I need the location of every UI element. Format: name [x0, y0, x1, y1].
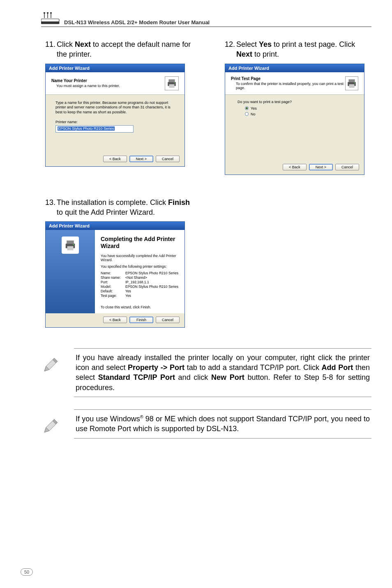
kv-test: Test page:Yes	[101, 294, 179, 298]
kv-share: Share name:<Not Shared>	[101, 276, 179, 280]
printer-icon	[62, 237, 79, 254]
dialog-footer: < Back Next > Cancel	[46, 152, 184, 166]
kv-default: Default:Yes	[101, 289, 179, 293]
dialog-heading: Name Your Printer	[51, 78, 120, 83]
dialog-complete: Add Printer Wizard Completing the Add Pr…	[45, 221, 185, 328]
dialog-heading: Print Test Page	[231, 76, 345, 81]
svg-point-11	[174, 82, 175, 83]
step-12-body: Select Yes to print a test page. Click N…	[236, 39, 371, 60]
router-icon	[41, 12, 60, 26]
dialog-subheading: You must assign a name to this printer.	[51, 84, 120, 88]
back-button[interactable]: < Back	[103, 156, 127, 162]
svg-rect-3	[44, 12, 45, 14]
kv-name: Name:EPSON Stylus Photo R210 Series	[101, 271, 179, 275]
svg-rect-10	[169, 84, 175, 88]
radio-yes[interactable]: Yes	[245, 106, 354, 110]
next-button[interactable]: Next >	[129, 156, 153, 162]
dialog-side-banner	[46, 230, 95, 313]
radio-no[interactable]: No	[245, 112, 354, 116]
cancel-button[interactable]: Cancel	[335, 164, 359, 170]
step-11: 11. Click Next to accept the default nam…	[45, 39, 192, 60]
dialog-header: Print Test Page To confirm that the prin…	[225, 72, 364, 95]
back-button[interactable]: < Back	[283, 164, 307, 170]
pencil-icon	[41, 348, 62, 376]
dialog-footer: < Back Next > Cancel	[225, 161, 364, 175]
dialog-titlebar: Add Printer Wizard	[46, 222, 184, 230]
printer-name-input[interactable]: EPSON Stylus Photo R210 Series	[55, 125, 134, 133]
dialog-header: Name Your Printer You must assign a name…	[46, 72, 184, 95]
dialog-titlebar: Add Printer Wizard	[46, 64, 184, 72]
svg-rect-4	[47, 12, 48, 14]
dialog-body: Completing the Add Printer Wizard You ha…	[95, 230, 184, 313]
svg-rect-16	[67, 241, 74, 244]
svg-rect-8	[168, 79, 175, 82]
radio-icon	[245, 112, 249, 116]
page-header: DSL-N13 Wireless ADSL 2/2+ Modem Router …	[41, 12, 371, 27]
dialog-footer: < Back Finish Cancel	[46, 313, 184, 327]
step-13-num: 13.	[45, 198, 57, 218]
dialog-subheading: To confirm that the printer is installed…	[231, 82, 345, 90]
complete-close-hint: To close this wizard, click Finish.	[101, 305, 179, 309]
step-11-body: Click Next to accept the default name fo…	[57, 39, 192, 60]
svg-point-15	[354, 82, 355, 83]
kv-port: Port:IP_192.168.1.1	[101, 280, 179, 284]
cancel-button[interactable]: Cancel	[156, 156, 180, 162]
cancel-button[interactable]: Cancel	[156, 317, 180, 323]
dialog-body: Type a name for this printer. Because so…	[46, 95, 184, 152]
radio-icon	[245, 106, 249, 110]
step-12-num: 12.	[225, 39, 236, 60]
dialog-titlebar: Add Printer Wizard	[225, 64, 364, 72]
step-13: 13. The installation is complete. Click …	[45, 198, 193, 218]
svg-rect-14	[349, 84, 355, 88]
kv-model: Model:EPSON Stylus Photo R210 Series	[101, 285, 179, 289]
svg-rect-12	[349, 79, 355, 82]
svg-point-19	[73, 244, 74, 246]
note-2: If you use Windows® 98 or ME which does …	[41, 409, 371, 439]
back-button[interactable]: < Back	[103, 317, 127, 323]
finish-button[interactable]: Finish	[129, 317, 153, 323]
dialog-name-printer: Add Printer Wizard Name Your Printer You…	[45, 64, 185, 167]
svg-rect-6	[41, 19, 59, 22]
svg-rect-18	[67, 246, 74, 250]
dialog-body: Do you want to print a test page? Yes No	[225, 95, 364, 161]
svg-rect-7	[41, 22, 59, 24]
step-12: 12. Select Yes to print a test page. Cli…	[225, 39, 371, 60]
note-1-text: If you have already installed the printe…	[74, 348, 371, 397]
step-11-num: 11.	[45, 39, 57, 60]
complete-desc2: You specified the following printer sett…	[101, 264, 179, 269]
dialog-test-page: Add Printer Wizard Print Test Page To co…	[225, 64, 364, 175]
note-1: If you have already installed the printe…	[41, 348, 371, 397]
printer-icon	[165, 76, 179, 90]
printer-name-label: Printer name:	[55, 120, 175, 125]
header-title: DSL-N13 Wireless ADSL 2/2+ Modem Router …	[64, 19, 210, 25]
complete-desc1: You have successfully completed the Add …	[101, 254, 179, 262]
pencil-icon	[41, 409, 62, 437]
test-page-question: Do you want to print a test page?	[238, 100, 354, 104]
printer-icon	[345, 76, 358, 90]
step-13-body: The installation is complete. Click Fini…	[57, 198, 193, 218]
next-button[interactable]: Next >	[309, 164, 333, 170]
page-number: 50	[21, 568, 33, 576]
svg-rect-5	[50, 12, 52, 14]
complete-heading: Completing the Add Printer Wizard	[101, 236, 179, 250]
note-2-text: If you use Windows® 98 or ME which does …	[74, 409, 371, 439]
